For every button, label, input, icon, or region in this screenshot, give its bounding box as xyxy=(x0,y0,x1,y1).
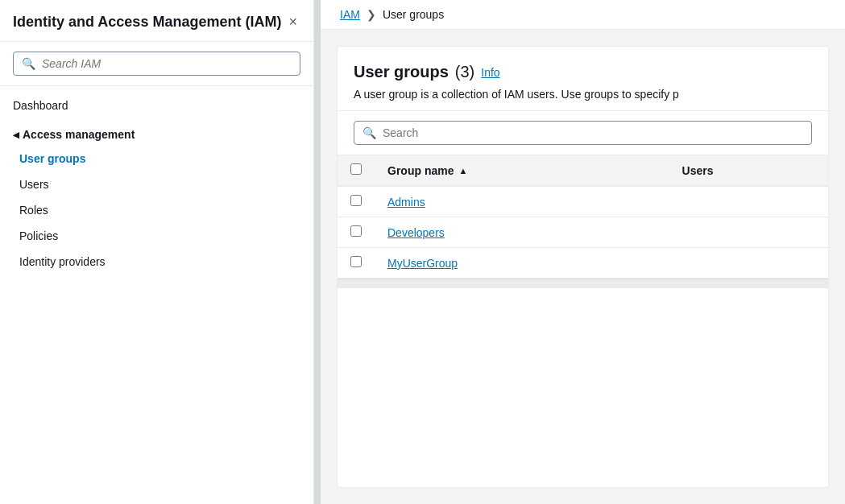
row-checkbox-cell xyxy=(338,186,375,217)
row-checkbox-cell xyxy=(338,217,375,248)
search-box: 🔍 xyxy=(13,52,300,76)
access-management-group: ◀ Access management xyxy=(0,118,313,146)
table-row: Developers xyxy=(338,217,828,248)
sidebar-item-users[interactable]: Users xyxy=(0,171,313,197)
sidebar-item-dashboard[interactable]: Dashboard xyxy=(0,93,313,118)
table-wrapper: Group name ▲ Users xyxy=(338,155,828,279)
table-row: Admins xyxy=(338,186,828,217)
group-link-developers[interactable]: Developers xyxy=(387,226,445,239)
users-cell xyxy=(669,248,828,279)
table-header-row: Group name ▲ Users xyxy=(338,155,828,186)
main-content: IAM ❯ User groups User groups (3) Info A… xyxy=(321,0,845,504)
select-all-checkbox[interactable] xyxy=(350,163,362,175)
table-row: MyUserGroup xyxy=(338,248,828,279)
breadcrumb: IAM ❯ User groups xyxy=(321,0,845,30)
sidebar-item-policies[interactable]: Policies xyxy=(0,223,313,249)
close-button[interactable]: × xyxy=(285,13,300,31)
users-cell xyxy=(669,186,828,217)
search-icon: 🔍 xyxy=(22,57,35,70)
info-link[interactable]: Info xyxy=(481,66,499,79)
search-container: 🔍 xyxy=(0,42,313,86)
th-users: Users xyxy=(669,155,828,186)
users-cell xyxy=(669,217,828,248)
chevron-icon: ◀ xyxy=(13,130,19,139)
user-groups-table: Group name ▲ Users xyxy=(338,155,828,279)
group-link-myusergroup[interactable]: MyUserGroup xyxy=(387,257,458,270)
search-input[interactable] xyxy=(42,57,292,70)
content-description: A user group is a collection of IAM user… xyxy=(354,88,812,101)
table-search-icon: 🔍 xyxy=(362,126,376,139)
nav-section: Dashboard ◀ Access management User group… xyxy=(0,86,313,504)
table-search-container: 🔍 xyxy=(354,121,812,145)
table-search-input[interactable] xyxy=(383,126,803,139)
page-title: User groups xyxy=(354,63,449,81)
row-checkbox-cell xyxy=(338,248,375,279)
sidebar-title: Identity and Access Management (IAM) xyxy=(13,13,281,31)
row-checkbox-admins[interactable] xyxy=(350,195,362,206)
breadcrumb-iam-link[interactable]: IAM xyxy=(340,8,360,21)
sidebar: Identity and Access Management (IAM) × 🔍… xyxy=(0,0,314,504)
count-badge: (3) xyxy=(455,63,474,81)
th-group-name: Group name ▲ xyxy=(375,155,669,186)
content-header: User groups (3) Info A user group is a c… xyxy=(338,47,828,111)
th-select-all xyxy=(338,155,375,186)
group-link-admins[interactable]: Admins xyxy=(387,196,425,209)
sidebar-item-identity-providers[interactable]: Identity providers xyxy=(0,249,313,275)
horizontal-scrollbar[interactable] xyxy=(338,279,828,288)
breadcrumb-separator: ❯ xyxy=(367,8,376,21)
group-name-cell: Admins xyxy=(375,186,669,217)
sidebar-item-roles[interactable]: Roles xyxy=(0,197,313,223)
sidebar-header: Identity and Access Management (IAM) × xyxy=(0,0,313,42)
sidebar-scrollbar[interactable] xyxy=(314,0,321,504)
breadcrumb-current: User groups xyxy=(383,8,444,21)
row-checkbox-developers[interactable] xyxy=(350,225,362,237)
content-panel: User groups (3) Info A user group is a c… xyxy=(337,46,829,488)
table-toolbar: 🔍 xyxy=(338,111,828,155)
group-name-cell: Developers xyxy=(375,217,669,248)
sort-arrow-icon[interactable]: ▲ xyxy=(458,166,467,176)
title-row: User groups (3) Info xyxy=(354,63,812,81)
sidebar-item-user-groups[interactable]: User groups xyxy=(0,146,313,171)
group-name-cell: MyUserGroup xyxy=(375,248,669,279)
row-checkbox-myusergroup[interactable] xyxy=(350,256,362,267)
